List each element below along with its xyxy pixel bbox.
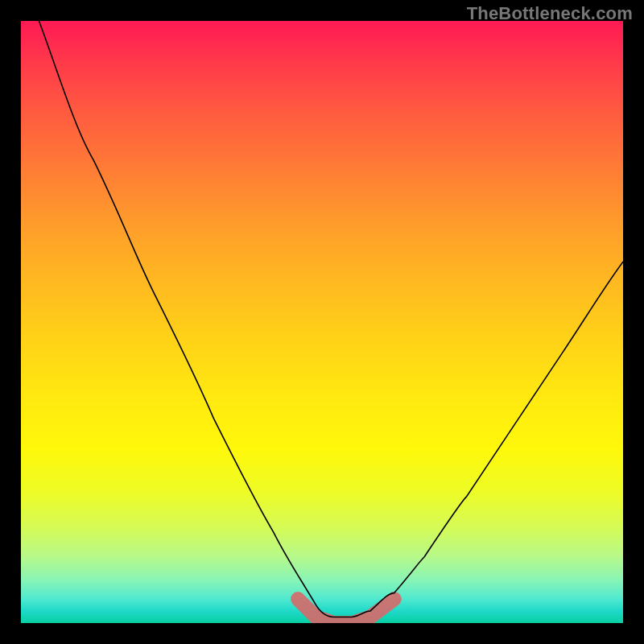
bottleneck-curve	[39, 21, 623, 617]
chart-svg	[21, 21, 623, 623]
chart-plot-area	[21, 21, 623, 623]
app-frame: TheBottleneck.com	[0, 0, 644, 644]
